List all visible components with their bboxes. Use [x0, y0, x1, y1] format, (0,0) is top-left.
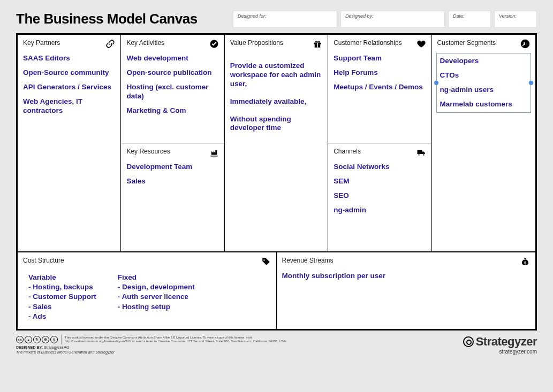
designed-by-label: DESIGNED BY: [16, 345, 43, 349]
list-item[interactable]: Monthly subscription per user [282, 272, 531, 281]
list-item[interactable]: SEO [334, 191, 426, 201]
license-text: This work is licensed under the Creative… [65, 336, 287, 343]
brand-url: strategyzer.com [463, 349, 537, 355]
meta-designed-for[interactable]: Designed for: [233, 11, 337, 28]
selection-handle-right[interactable] [529, 81, 533, 85]
meta-row: Designed for: Designed by: Date: Version… [233, 11, 537, 28]
cc-nd-icon: ⊜ [42, 336, 49, 343]
list-item[interactable]: - Auth server licence [118, 292, 195, 302]
cell-key-activities[interactable]: Key Activities Web development Open-sour… [121, 35, 224, 143]
list-item[interactable]: Development Team [126, 163, 218, 172]
makers-line: The makers of Business Model Generation … [16, 350, 287, 354]
designed-by-value: Strategyzer AG [44, 345, 69, 349]
list-item[interactable]: Social Networks [334, 163, 426, 172]
cell-key-resources[interactable]: Key Resources Development Team Sales [121, 143, 224, 251]
list-item[interactable]: Sales [126, 177, 218, 186]
cell-title: Key Resources [126, 148, 170, 155]
cell-value-propositions[interactable]: Value Propositions Provide a customized … [225, 35, 328, 251]
list-item[interactable]: Meetups / Events / Demos [334, 83, 426, 92]
list-item[interactable]: Web development [126, 54, 218, 63]
list-item[interactable]: Help Forums [334, 68, 426, 78]
list-item[interactable]: - Customer Support [28, 292, 96, 302]
cc-icons: cc ● ↻ ⊜ $ [16, 336, 58, 343]
list-item[interactable]: Immediately available, [230, 97, 322, 106]
brand-name: Strategyzer [476, 335, 537, 349]
cell-title: Revenue Streams [282, 257, 334, 264]
list-item[interactable]: CTOs [440, 71, 527, 80]
cell-cost-structure[interactable]: Cost Structure Variable - Hosting, backu… [18, 252, 276, 329]
meta-date[interactable]: Date: [448, 11, 491, 28]
col-key-partners: Key Partners SAAS Editors Open-Source co… [18, 35, 121, 251]
canvas-grid: Key Partners SAAS Editors Open-Source co… [16, 33, 537, 330]
truck-icon [416, 148, 426, 157]
cell-title: Customer Segments [437, 39, 496, 47]
list-item[interactable]: - Ads [28, 312, 96, 321]
heart-icon [416, 39, 426, 49]
svg-rect-3 [317, 43, 318, 48]
header: The Business Model Canvas Designed for: … [16, 11, 537, 28]
cost-fixed-heading[interactable]: Fixed [118, 273, 195, 282]
cell-customer-segments[interactable]: Customer Segments Developers CTOs ng-adm… [432, 35, 535, 251]
cell-key-partners[interactable]: Key Partners SAAS Editors Open-Source co… [18, 35, 120, 251]
brand-logo: Strategyzer [463, 335, 537, 349]
list-item[interactable]: SEM [334, 177, 426, 186]
svg-point-4 [418, 154, 420, 156]
list-item[interactable]: Web Agencies, IT contractors [23, 97, 115, 116]
cell-title: Channels [334, 148, 361, 155]
canvas-top: Key Partners SAAS Editors Open-Source co… [18, 35, 535, 251]
list-item[interactable]: - Hosting, backups [28, 282, 96, 292]
cell-title: Value Propositions [230, 39, 283, 47]
list-item[interactable]: Provide a customized workspace for each … [230, 62, 322, 89]
svg-point-5 [423, 154, 425, 156]
col-activities-resources: Key Activities Web development Open-sour… [121, 35, 224, 251]
list-item[interactable]: Marmelab customers [440, 100, 527, 109]
cc-icon: cc [16, 336, 24, 343]
cell-revenue-streams[interactable]: Revenue Streams $ Monthly subscription p… [277, 252, 536, 329]
list-item[interactable]: Support Team [334, 54, 426, 63]
cell-customer-relationships[interactable]: Customer Relationships Support Team Help… [328, 35, 431, 143]
col-cost-structure: Cost Structure Variable - Hosting, backu… [18, 252, 277, 329]
list-item[interactable]: Open-Source community [23, 68, 115, 78]
person-icon [520, 39, 530, 49]
moneybag-icon: $ [520, 257, 530, 266]
cc-sa-icon: ↻ [33, 336, 41, 343]
cell-title: Key Activities [126, 39, 164, 47]
list-item[interactable]: - Sales [28, 302, 96, 312]
meta-designed-by[interactable]: Designed by: [340, 11, 445, 28]
list-item[interactable]: - Design, development [118, 282, 195, 292]
gift-icon [313, 39, 322, 49]
cell-title: Key Partners [23, 39, 60, 47]
list-item[interactable]: Hosting (excl. customer data) [126, 83, 218, 101]
list-item[interactable]: Without spending developer time [230, 115, 322, 133]
col-relationships-channels: Customer Relationships Support Team Help… [328, 35, 431, 251]
list-item[interactable]: Open-source publication [126, 68, 218, 78]
list-item[interactable]: API Generators / Services [23, 83, 115, 92]
tag-icon [261, 257, 271, 266]
canvas-bottom: Cost Structure Variable - Hosting, backu… [18, 251, 535, 329]
list-item[interactable]: - Hosting setup [118, 302, 195, 312]
selection-box[interactable]: Developers CTOs ng-admin users Marmelab … [436, 53, 531, 113]
cost-variable-heading[interactable]: Variable [28, 273, 96, 282]
col-value-propositions: Value Propositions Provide a customized … [225, 35, 328, 251]
footer: cc ● ↻ ⊜ $ This work is licensed under t… [16, 335, 537, 355]
cc-nc-icon: $ [50, 336, 58, 343]
page-title: The Business Model Canvas [16, 11, 228, 27]
canvas-sheet: The Business Model Canvas Designed for: … [16, 11, 537, 355]
col-revenue-streams: Revenue Streams $ Monthly subscription p… [277, 252, 536, 329]
cell-channels[interactable]: Channels Social Networks SEM SEO ng-admi… [328, 143, 431, 251]
col-customer-segments: Customer Segments Developers CTOs ng-adm… [432, 35, 535, 251]
cell-title: Customer Relationships [334, 39, 402, 47]
svg-point-7 [524, 42, 525, 44]
svg-point-8 [263, 259, 264, 260]
check-circle-icon [209, 39, 219, 49]
cc-by-icon: ● [25, 336, 32, 343]
factory-icon [209, 148, 219, 157]
list-item[interactable]: Marketing & Com [126, 106, 218, 116]
selection-handle-left[interactable] [434, 81, 438, 85]
list-item[interactable]: ng-admin users [440, 86, 527, 95]
list-item[interactable]: SAAS Editors [23, 54, 115, 63]
meta-version[interactable]: Version: [494, 11, 537, 28]
brand-target-icon [463, 336, 474, 347]
list-item[interactable]: Developers [440, 57, 527, 66]
list-item[interactable]: ng-admin [334, 206, 426, 215]
